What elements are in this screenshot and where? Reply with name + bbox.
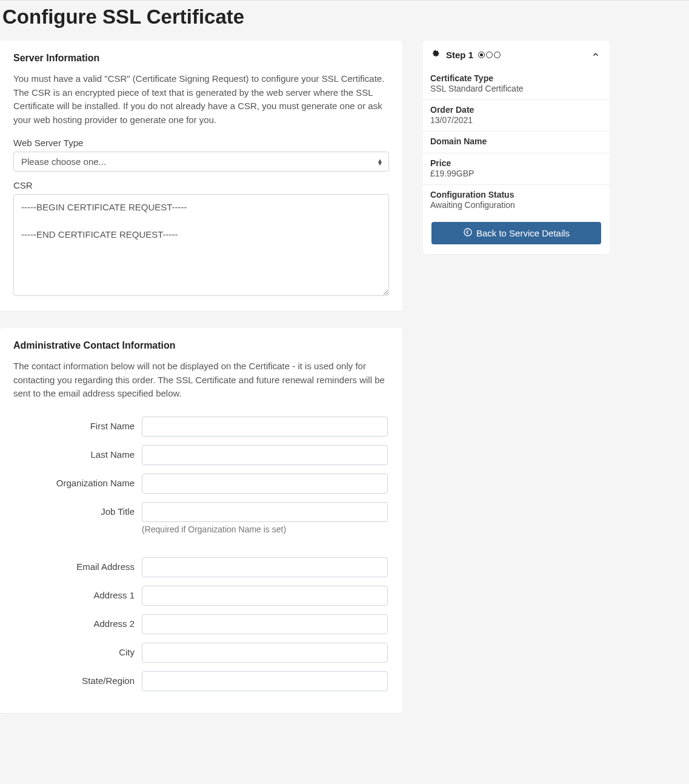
org-name-label: Organization Name: [13, 474, 135, 488]
summary-price: Price £19.99GBP: [423, 153, 610, 185]
org-name-field[interactable]: [142, 474, 388, 494]
step-header[interactable]: Step 1: [423, 41, 610, 69]
job-title-help: (Required if Organization Name is set): [142, 524, 388, 534]
summary-certificate-type: Certificate Type SSL Standard Certificat…: [423, 69, 610, 100]
back-to-service-button[interactable]: Back to Service Details: [431, 222, 601, 244]
server-information-card: Server Information You must have a valid…: [0, 41, 402, 311]
admin-contact-description: The contact information below will not b…: [13, 360, 389, 401]
last-name-field[interactable]: [142, 445, 388, 465]
arrow-left-circle-icon: [463, 227, 473, 239]
web-server-type-label: Web Server Type: [13, 138, 389, 148]
web-server-type-select[interactable]: Please choose one...: [13, 152, 389, 172]
email-label: Email Address: [13, 557, 135, 572]
svg-point-0: [464, 229, 471, 236]
csr-label: CSR: [13, 180, 389, 190]
address1-field[interactable]: [142, 586, 388, 606]
job-title-label: Job Title: [13, 502, 135, 517]
job-title-field[interactable]: [142, 502, 388, 522]
address2-field[interactable]: [142, 614, 388, 634]
first-name-field[interactable]: [142, 417, 388, 437]
state-field[interactable]: [142, 671, 388, 691]
step-progress-dots: [478, 52, 501, 58]
summary-config-status: Configuration Status Awaiting Configurat…: [423, 185, 610, 216]
first-name-label: First Name: [13, 417, 135, 431]
csr-textarea[interactable]: -----BEGIN CERTIFICATE REQUEST----- ----…: [13, 194, 389, 296]
email-field[interactable]: [142, 557, 388, 577]
step-label: Step 1: [446, 50, 473, 60]
back-button-label: Back to Service Details: [476, 228, 570, 238]
certificate-icon: [430, 49, 441, 60]
state-label: State/Region: [13, 671, 135, 686]
server-info-description: You must have a valid "CSR" (Certificate…: [13, 72, 389, 127]
admin-contact-card: Administrative Contact Information The c…: [0, 328, 402, 713]
chevron-up-icon: [591, 50, 600, 59]
summary-domain-name: Domain Name: [423, 132, 610, 153]
summary-order-date: Order Date 13/07/2021: [423, 100, 610, 132]
admin-contact-heading: Administrative Contact Information: [13, 340, 389, 351]
city-field[interactable]: [142, 643, 388, 663]
page-title: Configure SSL Certificate: [2, 5, 689, 28]
server-info-heading: Server Information: [13, 53, 389, 64]
address1-label: Address 1: [13, 586, 135, 600]
order-summary-card: Step 1 Certificate Type SSL Standard Cer…: [423, 41, 610, 254]
address2-label: Address 2: [13, 614, 135, 629]
city-label: City: [13, 643, 135, 657]
last-name-label: Last Name: [13, 445, 135, 460]
